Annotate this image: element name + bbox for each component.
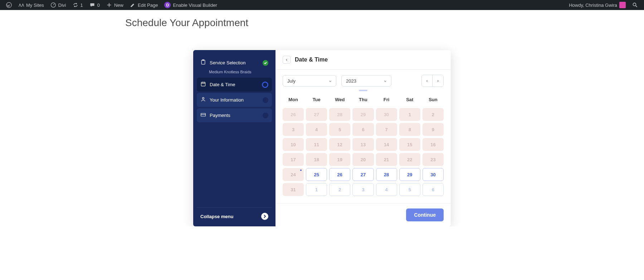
drag-handle	[275, 88, 451, 92]
calendar-day: 27	[306, 108, 327, 121]
calendar-day[interactable]: 1	[306, 183, 327, 196]
step-payments[interactable]: Payments	[197, 108, 272, 122]
calendar-day[interactable]: 26	[329, 168, 350, 181]
new-content[interactable]: New	[103, 0, 127, 10]
calendar-day: 9	[423, 123, 444, 136]
calendar-day: 7	[376, 123, 397, 136]
calendar: MonTueWedThuFriSatSun2627282930123456789…	[275, 92, 451, 203]
my-sites[interactable]: My Sites	[15, 0, 47, 10]
calendar-day[interactable]: 4	[376, 183, 397, 196]
pending-step-indicator	[263, 113, 268, 118]
step-label: Payments	[210, 113, 230, 118]
person-icon	[200, 97, 206, 103]
dashboard-icon	[50, 2, 56, 8]
booking-sidebar: Service Selection Medium Knotless Braids…	[193, 50, 275, 226]
search[interactable]	[629, 0, 641, 10]
current-step-indicator	[262, 82, 268, 88]
search-icon	[632, 2, 638, 8]
check-icon	[263, 60, 268, 66]
month-nav: ‹ ›	[421, 75, 444, 87]
page-title: Schedule Your Appointment	[125, 17, 519, 29]
calendar-day: 13	[352, 138, 374, 151]
month-select[interactable]: July	[283, 75, 336, 87]
prev-month-button[interactable]: ‹	[422, 75, 433, 87]
calendar-day: 16	[423, 138, 444, 151]
step-your-information[interactable]: Your Information	[197, 93, 272, 107]
calendar-day[interactable]: 29	[399, 168, 420, 181]
calendar-day: 24	[283, 168, 304, 181]
booking-main: ‹ Date & Time July 2023 ‹ ›	[275, 50, 451, 226]
calendar-day: 11	[306, 138, 327, 151]
step-date-time[interactable]: Date & Time	[197, 78, 272, 92]
comments[interactable]: 0	[86, 0, 103, 10]
avatar	[619, 2, 626, 8]
calendar-day[interactable]: 3	[352, 183, 374, 196]
multisite-icon	[18, 2, 24, 8]
weekday-header: Sat	[399, 93, 420, 106]
update-icon	[73, 2, 78, 8]
wp-logo[interactable]	[3, 0, 15, 10]
calendar-day[interactable]: 30	[423, 168, 444, 181]
comment-icon	[89, 2, 95, 8]
year-select[interactable]: 2023	[341, 75, 391, 87]
weekday-header: Fri	[376, 93, 397, 106]
calendar-day: 26	[283, 108, 304, 121]
calendar-day[interactable]: 28	[376, 168, 397, 181]
back-button[interactable]: ‹	[283, 56, 291, 64]
my-sites-label: My Sites	[26, 3, 44, 8]
calendar-day: 6	[352, 123, 374, 136]
svg-rect-7	[201, 113, 206, 116]
pencil-icon	[130, 2, 136, 8]
edit-page-label: Edit Page	[138, 3, 158, 8]
calendar-day: 5	[329, 123, 350, 136]
year-value: 2023	[346, 78, 356, 84]
step-label: Date & Time	[210, 82, 235, 87]
visual-builder-label: Enable Visual Builder	[173, 3, 217, 8]
weekday-header: Sun	[423, 93, 444, 106]
calendar-day: 21	[376, 153, 397, 166]
calendar-day[interactable]: 27	[352, 168, 374, 181]
calendar-day: 23	[423, 153, 444, 166]
updates[interactable]: 1	[69, 0, 86, 10]
howdy-user[interactable]: Howdy, Christina Gwira	[566, 0, 629, 10]
booking-footer: Continue	[275, 203, 451, 226]
next-month-button[interactable]: ›	[433, 75, 443, 87]
howdy-label: Howdy, Christina Gwira	[569, 3, 617, 8]
calendar-day: 29	[352, 108, 374, 121]
comments-count: 0	[97, 3, 100, 8]
chevron-right-icon: ›	[437, 78, 439, 83]
continue-button[interactable]: Continue	[406, 208, 444, 221]
svg-point-6	[203, 97, 204, 99]
weekday-header: Mon	[283, 93, 304, 106]
site-name[interactable]: Divi	[47, 0, 69, 10]
svg-point-2	[633, 3, 636, 6]
wordpress-icon	[6, 2, 12, 8]
calendar-day: 17	[283, 153, 304, 166]
calendar-day: 3	[283, 123, 304, 136]
wp-admin-bar: My Sites Divi 1 0 New	[0, 0, 644, 10]
new-label: New	[114, 3, 123, 8]
calendar-day[interactable]: 25	[306, 168, 327, 181]
updates-count: 1	[80, 3, 83, 8]
site-name-label: Divi	[58, 3, 66, 8]
calendar-day: 10	[283, 138, 304, 151]
calendar-day: 28	[329, 108, 350, 121]
step-service-selection[interactable]: Service Selection	[197, 56, 272, 70]
plus-icon	[106, 2, 112, 8]
edit-page[interactable]: Edit Page	[127, 0, 161, 10]
step-service-sub: Medium Knotless Braids	[197, 70, 272, 78]
card-icon	[200, 112, 206, 119]
calendar-day[interactable]: 2	[329, 183, 350, 196]
clipboard-icon	[200, 59, 206, 66]
calendar-day: 4	[306, 123, 327, 136]
calendar-day: 2	[423, 108, 444, 121]
calendar-day: 30	[376, 108, 397, 121]
visual-builder[interactable]: D Enable Visual Builder	[161, 0, 220, 10]
divi-icon: D	[164, 2, 171, 8]
calendar-day[interactable]: 6	[423, 183, 444, 196]
calendar-day: 31	[283, 183, 304, 196]
weekday-header: Tue	[306, 93, 327, 106]
collapse-menu[interactable]: Collapse menu	[197, 207, 272, 223]
calendar-day[interactable]: 5	[399, 183, 420, 196]
step-label: Your Information	[210, 97, 244, 103]
